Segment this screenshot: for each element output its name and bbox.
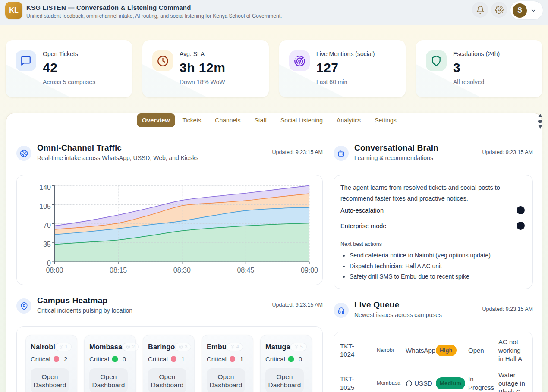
svg-text:08:45: 08:45 — [237, 267, 254, 274]
svg-text:08:30: 08:30 — [173, 267, 191, 274]
svg-text:08:00: 08:00 — [46, 267, 63, 274]
svg-text:105: 105 — [39, 203, 51, 210]
svg-text:08:15: 08:15 — [110, 267, 127, 274]
svg-text:70: 70 — [43, 222, 51, 229]
svg-text:09:00: 09:00 — [301, 267, 318, 274]
svg-text:140: 140 — [39, 184, 51, 191]
svg-text:35: 35 — [43, 241, 51, 248]
svg-text:0: 0 — [47, 260, 51, 267]
